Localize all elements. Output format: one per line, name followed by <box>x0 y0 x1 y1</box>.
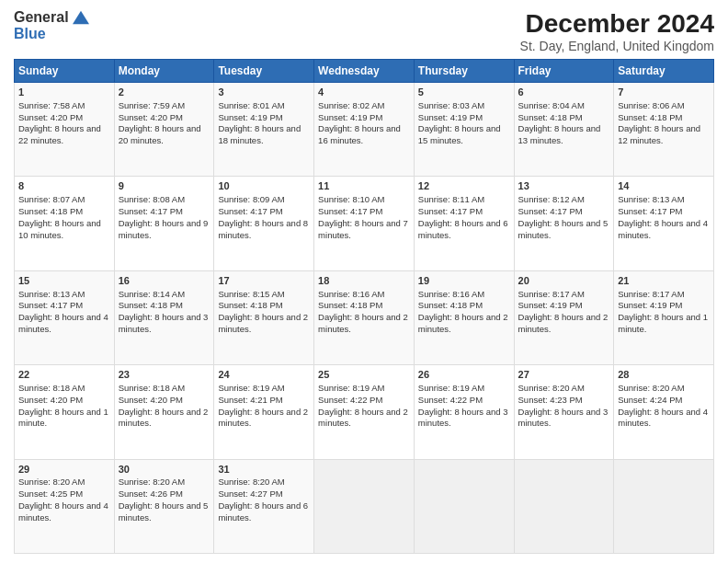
sunrise-label: Sunrise: 8:20 AM <box>18 477 85 487</box>
day-header-saturday: Saturday <box>614 60 714 83</box>
daylight-label: Daylight: 8 hours and 6 minutes. <box>418 218 508 240</box>
logo-blue: Blue <box>14 26 46 42</box>
sunrise-label: Sunrise: 7:58 AM <box>18 100 85 110</box>
calendar-week-2: 8Sunrise: 8:07 AMSunset: 4:18 PMDaylight… <box>15 177 714 270</box>
sunrise-label: Sunrise: 8:17 AM <box>618 289 684 299</box>
sunset-label: Sunset: 4:19 PM <box>318 112 382 122</box>
sunset-label: Sunset: 4:18 PM <box>318 300 382 310</box>
sunrise-label: Sunrise: 7:59 AM <box>119 100 185 110</box>
calendar-cell: 13Sunrise: 8:12 AMSunset: 4:17 PMDayligh… <box>514 177 614 270</box>
day-number: 14 <box>618 179 710 193</box>
sunset-label: Sunset: 4:17 PM <box>119 206 183 216</box>
daylight-label: Daylight: 8 hours and 4 minutes. <box>18 500 108 523</box>
sunrise-label: Sunrise: 8:20 AM <box>119 477 185 487</box>
title-block: December 2024 St. Day, England, United K… <box>520 9 714 53</box>
calendar-cell: 5Sunrise: 8:03 AMSunset: 4:19 PMDaylight… <box>414 83 514 177</box>
sunset-label: Sunset: 4:18 PM <box>18 206 83 216</box>
location-title: St. Day, England, United Kingdom <box>520 39 714 53</box>
sunset-label: Sunset: 4:18 PM <box>218 300 282 310</box>
day-header-wednesday: Wednesday <box>314 60 415 83</box>
logo-icon <box>73 9 89 26</box>
svg-marker-0 <box>73 11 89 24</box>
calendar-cell: 24Sunrise: 8:19 AMSunset: 4:21 PMDayligh… <box>214 365 314 459</box>
sunset-label: Sunset: 4:18 PM <box>119 300 183 310</box>
day-number: 16 <box>119 274 210 288</box>
sunrise-label: Sunrise: 8:14 AM <box>119 289 185 299</box>
daylight-label: Daylight: 8 hours and 1 minute. <box>618 312 708 334</box>
sunset-label: Sunset: 4:17 PM <box>618 206 682 216</box>
day-number: 12 <box>418 179 510 193</box>
sunset-label: Sunset: 4:24 PM <box>618 395 682 405</box>
sunrise-label: Sunrise: 8:13 AM <box>18 289 85 299</box>
sunrise-label: Sunrise: 8:06 AM <box>618 100 684 110</box>
daylight-label: Daylight: 8 hours and 5 minutes. <box>119 500 209 523</box>
calendar-week-4: 22Sunrise: 8:18 AMSunset: 4:20 PMDayligh… <box>15 365 714 459</box>
calendar-table: SundayMondayTuesdayWednesdayThursdayFrid… <box>14 59 714 554</box>
sunrise-label: Sunrise: 8:12 AM <box>518 194 585 204</box>
calendar-cell: 30Sunrise: 8:20 AMSunset: 4:26 PMDayligh… <box>114 459 214 553</box>
day-number: 2 <box>119 86 210 99</box>
daylight-label: Daylight: 8 hours and 5 minutes. <box>518 218 609 240</box>
calendar-cell: 25Sunrise: 8:19 AMSunset: 4:22 PMDayligh… <box>314 365 415 459</box>
daylight-label: Daylight: 8 hours and 3 minutes. <box>418 407 508 429</box>
day-number: 18 <box>318 274 410 288</box>
calendar-cell: 4Sunrise: 8:02 AMSunset: 4:19 PMDaylight… <box>314 83 415 177</box>
day-number: 1 <box>18 86 110 99</box>
sunrise-label: Sunrise: 8:20 AM <box>618 383 684 393</box>
sunset-label: Sunset: 4:25 PM <box>18 488 83 499</box>
sunrise-label: Sunrise: 8:07 AM <box>18 194 85 204</box>
sunrise-label: Sunrise: 8:20 AM <box>218 477 284 487</box>
sunset-label: Sunset: 4:21 PM <box>218 395 282 405</box>
daylight-label: Daylight: 8 hours and 2 minutes. <box>218 407 308 429</box>
calendar-cell <box>314 459 415 553</box>
daylight-label: Daylight: 8 hours and 13 minutes. <box>518 123 601 145</box>
daylight-label: Daylight: 8 hours and 16 minutes. <box>318 123 401 145</box>
logo-general: General <box>14 9 69 26</box>
calendar-cell <box>414 459 514 553</box>
sunset-label: Sunset: 4:20 PM <box>18 395 83 405</box>
sunrise-label: Sunrise: 8:09 AM <box>218 194 284 204</box>
day-number: 10 <box>218 179 310 193</box>
sunset-label: Sunset: 4:17 PM <box>18 300 83 310</box>
sunrise-label: Sunrise: 8:03 AM <box>418 100 484 110</box>
daylight-label: Daylight: 8 hours and 3 minutes. <box>518 407 609 429</box>
sunrise-label: Sunrise: 8:18 AM <box>119 383 185 393</box>
sunset-label: Sunset: 4:17 PM <box>318 206 382 216</box>
sunrise-label: Sunrise: 8:19 AM <box>318 383 384 393</box>
sunrise-label: Sunrise: 8:19 AM <box>218 383 284 393</box>
daylight-label: Daylight: 8 hours and 6 minutes. <box>218 500 308 523</box>
day-header-friday: Friday <box>514 60 614 83</box>
day-number: 21 <box>618 274 710 288</box>
sunset-label: Sunset: 4:22 PM <box>418 395 483 405</box>
sunset-label: Sunset: 4:18 PM <box>418 300 483 310</box>
sunrise-label: Sunrise: 8:18 AM <box>18 383 85 393</box>
daylight-label: Daylight: 8 hours and 9 minutes. <box>119 218 209 240</box>
day-number: 23 <box>119 368 210 382</box>
page: General Blue December 2024 St. Day, Engl… <box>0 0 728 563</box>
header: General Blue December 2024 St. Day, Engl… <box>14 9 714 53</box>
calendar-cell: 23Sunrise: 8:18 AMSunset: 4:20 PMDayligh… <box>114 365 214 459</box>
month-title: December 2024 <box>520 9 714 39</box>
calendar-cell: 26Sunrise: 8:19 AMSunset: 4:22 PMDayligh… <box>414 365 514 459</box>
day-number: 26 <box>418 368 510 382</box>
sunset-label: Sunset: 4:27 PM <box>218 488 282 499</box>
calendar-cell: 16Sunrise: 8:14 AMSunset: 4:18 PMDayligh… <box>114 270 214 364</box>
calendar-cell: 3Sunrise: 8:01 AMSunset: 4:19 PMDaylight… <box>214 83 314 177</box>
calendar-cell: 9Sunrise: 8:08 AMSunset: 4:17 PMDaylight… <box>114 177 214 270</box>
daylight-label: Daylight: 8 hours and 22 minutes. <box>18 123 101 145</box>
daylight-label: Daylight: 8 hours and 1 minute. <box>18 407 108 429</box>
calendar-cell: 22Sunrise: 8:18 AMSunset: 4:20 PMDayligh… <box>15 365 115 459</box>
day-number: 22 <box>18 368 110 382</box>
day-number: 29 <box>18 463 110 477</box>
day-header-tuesday: Tuesday <box>214 60 314 83</box>
daylight-label: Daylight: 8 hours and 20 minutes. <box>119 123 201 145</box>
daylight-label: Daylight: 8 hours and 2 minutes. <box>318 312 408 334</box>
day-number: 31 <box>218 463 310 477</box>
day-number: 8 <box>18 179 110 193</box>
sunset-label: Sunset: 4:19 PM <box>618 300 682 310</box>
sunset-label: Sunset: 4:26 PM <box>119 488 183 499</box>
daylight-label: Daylight: 8 hours and 8 minutes. <box>218 218 308 240</box>
calendar-cell: 1Sunrise: 7:58 AMSunset: 4:20 PMDaylight… <box>15 83 115 177</box>
day-number: 15 <box>18 274 110 288</box>
daylight-label: Daylight: 8 hours and 15 minutes. <box>418 123 501 145</box>
